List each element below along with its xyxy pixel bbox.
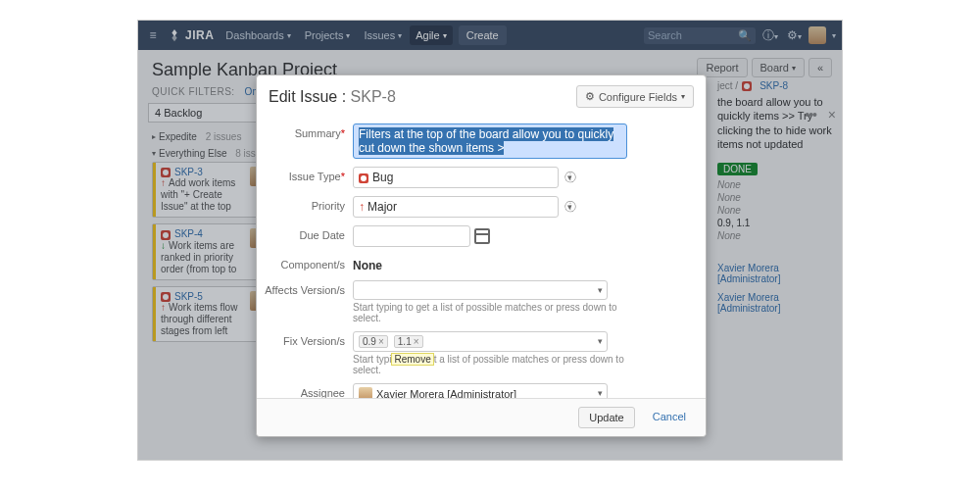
update-button[interactable]: Update <box>578 407 634 428</box>
affects-version-label: Affects Version/s <box>263 280 353 296</box>
fixv-tag-1[interactable]: 1.1× <box>394 335 423 348</box>
priority-major-icon: ↑ <box>359 200 365 214</box>
fix-version-select[interactable]: 0.9× 1.1× ▾ <box>353 331 608 352</box>
affects-hint: Start typing to get a list of possible m… <box>353 302 647 323</box>
fix-version-label: Fix Version/s <box>263 331 353 347</box>
priority-label: Priority <box>263 196 353 212</box>
app-frame: ≡ JIRA Dashboards▾ Projects▾ Issues▾ Agi… <box>137 20 843 461</box>
modal-header: Edit Issue : SKP-8 ⚙ Configure Fields ▾ <box>257 75 706 118</box>
summary-input[interactable]: Filters at the top of the board allow yo… <box>353 123 627 159</box>
components-value: None <box>353 255 647 272</box>
remove-tag-icon[interactable]: × <box>414 336 419 347</box>
chevron-down-icon: ▾ <box>681 92 685 101</box>
fixv-tag-0[interactable]: 0.9× <box>359 335 388 348</box>
due-date-label: Due Date <box>263 225 353 241</box>
assignee-select[interactable]: Xavier Morera [Administrator] ▾ <box>353 383 608 398</box>
issue-type-select[interactable]: Bug▾ <box>353 167 559 188</box>
due-date-input[interactable] <box>353 225 470 247</box>
help-icon[interactable]: ⓘ <box>564 199 576 216</box>
modal-footer: Update Cancel <box>257 398 706 436</box>
help-icon[interactable]: ⓘ <box>564 170 576 186</box>
remove-tooltip[interactable]: Remove <box>391 353 433 366</box>
affects-version-select[interactable]: ▾ <box>353 280 608 300</box>
modal-body: Summary* Filters at the top of the board… <box>257 118 706 398</box>
chevron-down-icon: ▾ <box>598 336 603 346</box>
modal-title: Edit Issue : SKP-8 <box>269 88 396 106</box>
components-label: Component/s <box>263 255 353 271</box>
configure-fields-button[interactable]: ⚙ Configure Fields ▾ <box>576 85 694 108</box>
gear-icon: ⚙ <box>585 90 595 103</box>
remove-tag-icon[interactable]: × <box>378 336 384 347</box>
calendar-icon[interactable] <box>474 228 490 244</box>
summary-label: Summary* <box>263 123 353 139</box>
bug-icon <box>359 173 368 183</box>
cancel-button[interactable]: Cancel <box>643 407 696 428</box>
chevron-down-icon: ▾ <box>598 388 603 398</box>
avatar <box>359 387 372 398</box>
edit-issue-modal: Edit Issue : SKP-8 ⚙ Configure Fields ▾ … <box>256 74 707 437</box>
issue-type-label: Issue Type* <box>263 167 353 182</box>
assignee-label: Assignee <box>263 383 353 398</box>
chevron-down-icon: ▾ <box>598 285 603 295</box>
fixv-hint: Start typiRemovet a list of possible mat… <box>353 354 647 375</box>
priority-select[interactable]: ↑Major▾ <box>353 196 559 218</box>
